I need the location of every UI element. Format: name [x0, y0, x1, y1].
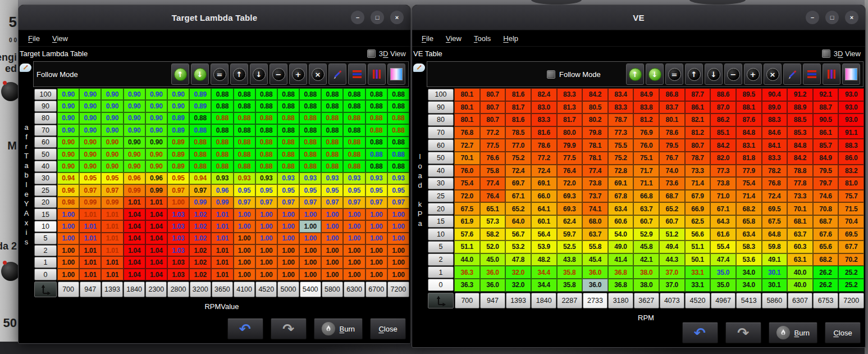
row-header[interactable]: 90 [34, 101, 57, 112]
table-cell[interactable]: 0.89 [167, 160, 189, 172]
table-cell[interactable]: 68.7 [813, 215, 839, 228]
table-cell[interactable]: 1.00 [57, 244, 79, 256]
table-cell[interactable]: 40.0 [787, 266, 813, 279]
table-cell[interactable]: 1.00 [57, 233, 79, 244]
table-cell[interactable]: 35.8 [557, 279, 583, 292]
table-cell[interactable]: 35.0 [710, 266, 736, 279]
table-cell[interactable]: 0.88 [211, 100, 233, 112]
table-cell[interactable]: 0.88 [299, 160, 321, 172]
axis-orientation-icon[interactable] [34, 282, 57, 297]
row-header[interactable]: 80 [34, 112, 57, 124]
table-cell[interactable]: 0.88 [299, 137, 321, 148]
table-cell[interactable]: 1.03 [167, 244, 189, 256]
table-cell[interactable]: 1.00 [234, 220, 255, 232]
table-cell[interactable]: 0.90 [145, 137, 167, 148]
table-cell[interactable]: 1.00 [321, 244, 343, 256]
table-cell[interactable]: 0.95 [167, 173, 189, 184]
table-cell[interactable]: 84.1 [762, 139, 788, 152]
table-cell[interactable]: 0.90 [124, 112, 145, 124]
table-cell[interactable]: 0.88 [321, 100, 343, 112]
table-cell[interactable]: 1.01 [101, 244, 123, 256]
table-cell[interactable]: 1.00 [343, 208, 365, 220]
table-cell[interactable]: 0.90 [124, 148, 145, 160]
table-cell[interactable]: 67.7 [838, 240, 864, 253]
table-cell[interactable]: 1.00 [234, 233, 255, 244]
table-cell[interactable]: 0.93 [211, 173, 233, 184]
table-cell[interactable]: 56.6 [685, 228, 711, 241]
table-cell[interactable]: 1.00 [277, 233, 299, 244]
table-cell[interactable]: 86.2 [710, 114, 736, 126]
decrease-icon[interactable]: − [269, 63, 287, 85]
close-button[interactable]: Close [825, 322, 861, 343]
table-cell[interactable]: 0.93 [277, 173, 299, 184]
table-cell[interactable]: 0.88 [234, 112, 255, 124]
row-header[interactable]: 2 [34, 245, 57, 256]
table-cell[interactable]: 52.0 [480, 240, 506, 253]
increment-down-icon[interactable]: ↓ [250, 63, 268, 85]
table-cell[interactable]: 88.6 [710, 88, 736, 101]
table-cell[interactable]: 0.96 [211, 184, 233, 196]
table-cell[interactable]: 64.1 [531, 202, 557, 215]
table-cell[interactable]: 37.0 [659, 279, 685, 292]
table-cell[interactable]: 88.9 [787, 101, 813, 114]
table-cell[interactable]: 0.88 [189, 124, 211, 136]
table-cell[interactable]: 68.2 [813, 253, 839, 266]
table-cell[interactable]: 1.00 [366, 208, 387, 220]
table-cell[interactable]: 1.00 [277, 269, 299, 280]
table-cell[interactable]: 75.1 [633, 152, 659, 165]
column-header[interactable]: 3650 [212, 282, 233, 297]
table-cell[interactable]: 78.8 [787, 165, 813, 178]
table-cell[interactable]: 89.5 [736, 88, 762, 101]
table-cell[interactable]: 72.0 [557, 177, 583, 190]
table-cell[interactable]: 0.90 [145, 100, 167, 112]
table-cell[interactable]: 73.6 [659, 177, 685, 190]
row-header[interactable]: 2 [428, 253, 454, 266]
table-cell[interactable]: 0.97 [189, 184, 211, 196]
column-header[interactable]: 4100 [234, 282, 255, 297]
table-cell[interactable]: 0.90 [101, 124, 123, 136]
table-cell[interactable]: 0.88 [211, 88, 233, 100]
table-cell[interactable]: 66.8 [633, 190, 659, 203]
table-cell[interactable]: 73.8 [710, 177, 736, 190]
table-cell[interactable]: 1.00 [387, 233, 409, 244]
table-cell[interactable]: 1.00 [255, 208, 277, 220]
table-cell[interactable]: 1.00 [277, 256, 299, 268]
table-cell[interactable]: 1.01 [79, 233, 101, 244]
table-cell[interactable]: 1.01 [101, 233, 123, 244]
table-cell[interactable]: 70.4 [838, 215, 864, 228]
table-cell[interactable]: 0.94 [57, 173, 79, 184]
table-cell[interactable]: 1.00 [299, 256, 321, 268]
table-cell[interactable]: 52.9 [633, 228, 659, 241]
table-cell[interactable]: 0.93 [234, 173, 255, 184]
table-cell[interactable]: 0.94 [189, 173, 211, 184]
table-cell[interactable]: 93.0 [838, 101, 864, 114]
table-cell[interactable]: 76.4 [480, 190, 506, 203]
table-cell[interactable]: 60.1 [531, 215, 557, 228]
table-cell[interactable]: 66.0 [531, 190, 557, 203]
table-cell[interactable]: 60.7 [633, 215, 659, 228]
table-cell[interactable]: 74.0 [659, 165, 685, 178]
table-cell[interactable]: 1.00 [366, 269, 387, 280]
table-cell[interactable]: 1.00 [255, 269, 277, 280]
table-cell[interactable]: 1.02 [189, 233, 211, 244]
table-cell[interactable]: 35.0 [710, 279, 736, 292]
table-cell[interactable]: 71.7 [633, 165, 659, 178]
table-cell[interactable]: 69.1 [608, 177, 634, 190]
table-cell[interactable]: 1.01 [101, 208, 123, 220]
close-button[interactable]: Close [370, 318, 406, 339]
table-cell[interactable]: 0.88 [321, 112, 343, 124]
column-header[interactable]: 1840 [124, 282, 145, 297]
table-cell[interactable]: 1.04 [145, 269, 167, 280]
row-header[interactable]: 70 [34, 125, 57, 136]
table-cell[interactable]: 69.5 [838, 228, 864, 241]
table-cell[interactable]: 82.1 [685, 114, 711, 126]
table-cell[interactable]: 65.6 [813, 240, 839, 253]
interpolate-rows-icon[interactable] [348, 63, 366, 85]
table-cell[interactable]: 77.2 [480, 126, 506, 139]
table-cell[interactable]: 1.00 [321, 269, 343, 280]
table-cell[interactable]: 1.04 [124, 233, 145, 244]
table-cell[interactable]: 1.00 [277, 244, 299, 256]
table-cell[interactable]: 0.88 [255, 88, 277, 100]
table-cell[interactable]: 0.88 [211, 124, 233, 136]
table-cell[interactable]: 0.96 [124, 173, 145, 184]
